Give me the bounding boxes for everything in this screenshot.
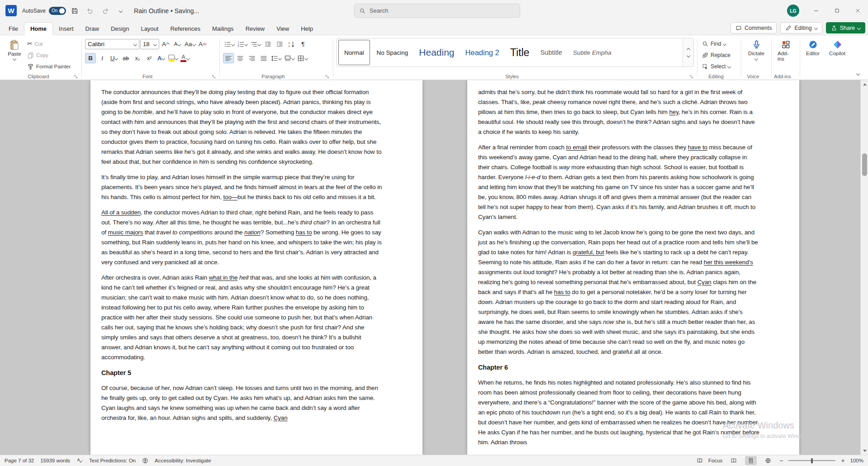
replace-button[interactable]: Replace [701,49,738,61]
change-case-button[interactable]: Aa [184,39,196,49]
editor-button[interactable]: Editor [803,38,822,56]
accessibility-status[interactable]: Accessibility: Investigate [155,458,211,463]
subscript-button[interactable]: x₂ [132,53,143,63]
styles-dialog-launcher[interactable] [689,73,695,79]
page-indicator[interactable]: Page 7 of 32 [5,458,34,463]
vertical-scrollbar[interactable] [860,80,868,455]
italic-button[interactable]: I [97,53,108,63]
font-color-button[interactable]: A [180,53,190,63]
strikethrough-button[interactable]: ab [120,53,131,63]
style-heading1[interactable]: Heading [413,38,460,67]
select-button[interactable]: Select [701,61,738,72]
dictate-button[interactable]: Dictate [745,38,768,60]
undo-button[interactable] [83,4,97,18]
copy-button[interactable]: Copy [26,50,72,60]
page-right[interactable]: admits that he’s sorry, but he didn’t th… [467,80,799,455]
scroll-up-button[interactable] [861,81,868,88]
editing-mode-button[interactable]: Editing [780,22,822,33]
show-formatting-button[interactable]: ¶ [298,39,308,49]
multilevel-list-button[interactable] [249,39,261,49]
copilot-button[interactable]: Copilot [827,38,848,56]
tab-review[interactable]: Review [240,23,271,35]
print-layout-button[interactable] [745,456,757,465]
zoom-out-button[interactable]: − [779,457,783,464]
align-center-button[interactable] [235,53,246,63]
style-subtle-emphasis[interactable]: Subtle Empha [568,38,617,67]
underline-button[interactable]: U [109,53,119,63]
align-left-button[interactable] [223,53,234,63]
tab-draw[interactable]: Draw [80,23,105,35]
bold-button[interactable]: B [85,53,96,63]
increase-indent-button[interactable] [274,39,285,49]
quick-access-menu-button[interactable] [114,4,128,18]
align-right-button[interactable] [247,53,257,63]
document-title[interactable]: Rain Outline • Saving... [134,7,199,14]
style-heading2[interactable]: Heading 2 [460,38,505,67]
word-app-icon[interactable]: W [5,5,17,16]
text-effects-button[interactable]: A [156,53,166,63]
tab-mailings[interactable]: Mailings [206,23,240,35]
minimize-button[interactable] [806,0,826,21]
read-mode-button[interactable] [728,456,740,465]
zoom-slider[interactable] [788,457,835,464]
tab-home[interactable]: Home [24,22,53,35]
style-no-spacing[interactable]: No Spacing [371,38,414,67]
paragraph-dialog-launcher[interactable] [325,73,331,79]
text-predictions-status[interactable]: Text Predictions: On [89,458,136,463]
save-button[interactable] [68,4,81,18]
zoom-thumb[interactable] [811,458,813,463]
maximize-button[interactable] [826,0,847,21]
page-left-content[interactable]: The conductor announces that they’ll be … [90,80,422,423]
accessibility-icon[interactable] [142,457,148,464]
tab-help[interactable]: Help [295,23,319,35]
decrease-indent-button[interactable] [262,39,273,49]
superscript-button[interactable]: x² [144,53,155,63]
format-painter-button[interactable]: Format Painter [26,62,72,71]
scroll-down-button[interactable] [861,447,868,454]
zoom-level[interactable]: 100% [850,458,863,463]
font-family-select[interactable]: Calibri [85,39,139,49]
word-count[interactable]: 15939 words [40,458,70,463]
scrollbar-thumb[interactable] [862,153,867,176]
line-spacing-button[interactable] [270,53,282,63]
style-title[interactable]: Title [505,38,535,67]
focus-button[interactable]: Focus [708,458,722,463]
numbering-button[interactable] [236,39,248,49]
page-left[interactable]: The conductor announces that they’ll be … [90,80,422,455]
addins-button[interactable]: Add-ins [775,38,797,62]
tab-references[interactable]: References [164,23,206,35]
page-right-content[interactable]: admits that he’s sorry, but he didn’t th… [467,80,799,447]
close-button[interactable] [847,0,868,21]
paste-button[interactable]: Paste [5,38,24,71]
tab-file[interactable]: File [3,23,24,35]
tab-design[interactable]: Design [105,23,135,35]
autosave-toggle[interactable]: On [49,7,66,15]
share-button[interactable]: Share [826,22,865,33]
comments-button[interactable]: Comments [730,22,777,33]
clear-formatting-button[interactable]: A [197,39,208,49]
bullets-button[interactable] [223,39,235,49]
clipboard-dialog-launcher[interactable] [73,73,79,79]
web-layout-button[interactable] [762,456,774,465]
tab-layout[interactable]: Layout [135,23,164,35]
borders-button[interactable] [296,53,308,63]
grow-font-button[interactable]: A [160,39,171,49]
tab-view[interactable]: View [270,23,295,35]
avatar[interactable]: LG [787,5,799,17]
cut-button[interactable]: ✂Cut [26,39,72,49]
highlight-color-button[interactable] [167,53,179,63]
proofing-icon[interactable] [76,457,83,464]
styles-gallery-more-button[interactable] [683,38,693,67]
justify-button[interactable] [258,53,269,63]
font-size-select[interactable]: 18 [140,39,159,49]
zoom-in-button[interactable]: + [841,457,844,464]
search-input[interactable]: Search [354,4,520,18]
style-subtitle[interactable]: Subtitle [535,38,567,67]
style-normal[interactable]: Normal [338,40,370,65]
tab-insert[interactable]: Insert [53,23,80,35]
redo-button[interactable] [99,4,112,18]
shading-button[interactable] [283,53,295,63]
font-dialog-launcher[interactable] [211,73,217,79]
collapse-ribbon-button[interactable] [854,70,863,77]
find-button[interactable]: Find [701,38,738,49]
